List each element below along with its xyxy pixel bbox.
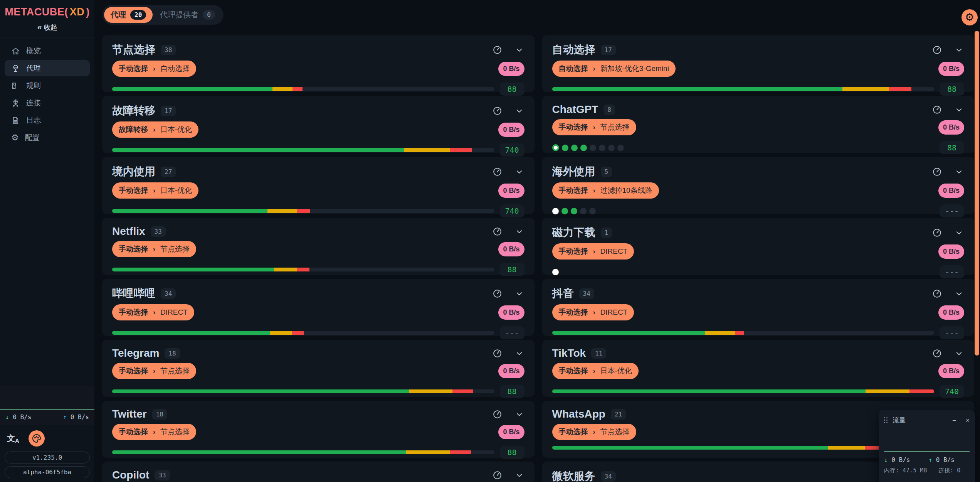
node-count-badge: 8 [603, 104, 615, 115]
chevron-right-icon: › [153, 428, 155, 436]
proxy-group-name: 节点选择 [112, 42, 155, 57]
selector-type: 手动选择 [559, 185, 588, 195]
chevron-right-icon: › [593, 428, 595, 436]
sidebar-item-label: 概览 [26, 46, 41, 56]
chevron-right-icon: › [153, 65, 155, 73]
minimize-button[interactable]: − [952, 417, 956, 424]
latency-test-button[interactable] [932, 167, 942, 177]
sidebar-item-3[interactable]: 规则 [5, 78, 90, 94]
latency-test-button[interactable] [932, 288, 942, 299]
expand-chevron-button[interactable] [514, 348, 524, 359]
speed-badge: 0 B/s [498, 123, 524, 137]
selector-type: 手动选择 [119, 244, 148, 254]
bar-segment-red [297, 209, 310, 213]
core-version-button[interactable]: v1.235.0 [5, 452, 90, 463]
selection-breadcrumb: 手动选择 › 日本-优化 [112, 182, 198, 199]
bar-segment-red [292, 87, 303, 91]
tab-bar: 代理20代理提供者0 [102, 5, 224, 25]
latency-distribution-bar [112, 450, 494, 454]
latency-value: 88 [500, 446, 524, 459]
latency-test-button[interactable] [492, 409, 503, 420]
drag-handle-icon[interactable] [884, 417, 888, 423]
latency-value: --- [940, 204, 964, 217]
bar-segment-green [112, 389, 409, 393]
speed-badge: 0 B/s [498, 242, 524, 256]
node-count-badge: 5 [601, 167, 612, 177]
build-version-button[interactable]: alpha-06f5fba [5, 466, 90, 478]
selected-node: 日本-优化 [160, 185, 192, 195]
speed-badge: 0 B/s [938, 364, 964, 378]
expand-chevron-button[interactable] [514, 45, 524, 55]
selector-type: 手动选择 [119, 64, 148, 74]
expand-chevron-button[interactable] [954, 348, 964, 359]
node-count-badge: 34 [579, 288, 594, 299]
selection-breadcrumb: 手动选择 › 自动选择 [112, 61, 196, 77]
expand-chevron-button[interactable] [514, 106, 524, 116]
bar-segment-green [552, 331, 705, 335]
latency-test-button[interactable] [932, 104, 942, 115]
expand-chevron-button[interactable] [954, 167, 964, 177]
expand-chevron-button[interactable] [954, 288, 964, 299]
settings-button[interactable]: ⚙ [962, 9, 978, 25]
expand-chevron-button[interactable] [514, 167, 524, 177]
bar-segment-green [112, 87, 272, 91]
selected-node: DIRECT [600, 247, 628, 256]
double-chevron-left-icon: « [37, 23, 41, 32]
proxy-group-name: TikTok [552, 347, 586, 359]
bar-segment-yellow [406, 450, 450, 454]
chevron-right-icon: › [593, 248, 595, 256]
proxy-group-card: 自动选择 17 自动选择 › 新加坡-优化3-Gemini 0 B/s [542, 35, 975, 92]
node-count-badge: 17 [601, 45, 616, 55]
sidebar-item-4[interactable]: 连接 [5, 95, 90, 111]
close-button[interactable]: × [965, 417, 970, 424]
latency-test-button[interactable] [492, 348, 503, 359]
expand-chevron-button[interactable] [514, 470, 524, 480]
latency-value: 88 [500, 263, 524, 276]
language-icon[interactable]: 文A [7, 433, 19, 444]
node-count-badge: 27 [161, 167, 176, 177]
traffic-panel-title: 流量 [893, 416, 906, 425]
sidebar-item-5[interactable]: 日志 [5, 112, 90, 128]
proxy-group-card: 故障转移 17 故障转移 › 日本-优化 0 B/s 740 [102, 96, 535, 153]
proxy-group-name: Telegram [112, 347, 159, 359]
latency-test-button[interactable] [492, 470, 503, 480]
selected-node: 节点选择 [600, 427, 630, 437]
node-dot-gray [590, 145, 596, 151]
collapse-sidebar-button[interactable]: « 收起 [0, 23, 94, 32]
expand-chevron-button[interactable] [514, 226, 524, 237]
latency-test-button[interactable] [932, 45, 942, 55]
selection-breadcrumb: 手动选择 › DIRECT [552, 243, 634, 260]
node-dot-green [571, 145, 578, 151]
chevron-right-icon: › [593, 308, 595, 317]
latency-test-button[interactable] [492, 45, 503, 55]
theme-palette-button[interactable] [29, 430, 45, 447]
sidebar-item-6[interactable]: ⚙配置 [5, 130, 90, 146]
expand-chevron-button[interactable] [954, 228, 964, 238]
bar-segment-yellow [409, 389, 452, 393]
tab-2[interactable]: 代理提供者0 [153, 7, 222, 23]
latency-test-button[interactable] [492, 106, 503, 116]
latency-distribution-bar [112, 148, 494, 152]
chevron-right-icon: › [153, 367, 155, 375]
expand-chevron-button[interactable] [954, 104, 964, 115]
latency-test-button[interactable] [932, 348, 942, 359]
latency-test-button[interactable] [492, 288, 503, 299]
logs-icon [11, 116, 20, 125]
latency-test-button[interactable] [932, 228, 942, 238]
expand-chevron-button[interactable] [514, 288, 524, 299]
tab-1[interactable]: 代理20 [104, 7, 153, 23]
expand-chevron-button[interactable] [514, 409, 524, 420]
sidebar-item-2[interactable]: 代理 [5, 60, 90, 76]
selector-type: 手动选择 [119, 427, 148, 437]
bar-segment-green [552, 389, 866, 393]
vertical-scrollbar[interactable] [975, 31, 979, 356]
latency-test-button[interactable] [492, 226, 503, 237]
node-count-badge: 38 [161, 45, 176, 55]
latency-test-button[interactable] [492, 167, 503, 177]
proxy-group-name: 微软服务 [552, 469, 595, 482]
sidebar-item-1[interactable]: 概览 [5, 43, 90, 59]
expand-chevron-button[interactable] [954, 45, 964, 55]
latency-value: 88 [940, 141, 964, 154]
sidebar-item-label: 规则 [26, 81, 41, 91]
latency-distribution-bar [112, 389, 494, 393]
